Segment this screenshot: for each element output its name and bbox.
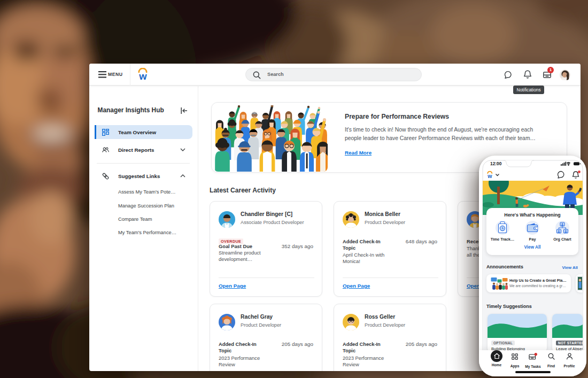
svg-text:w: w xyxy=(487,173,492,179)
svg-text:w: w xyxy=(138,71,147,81)
